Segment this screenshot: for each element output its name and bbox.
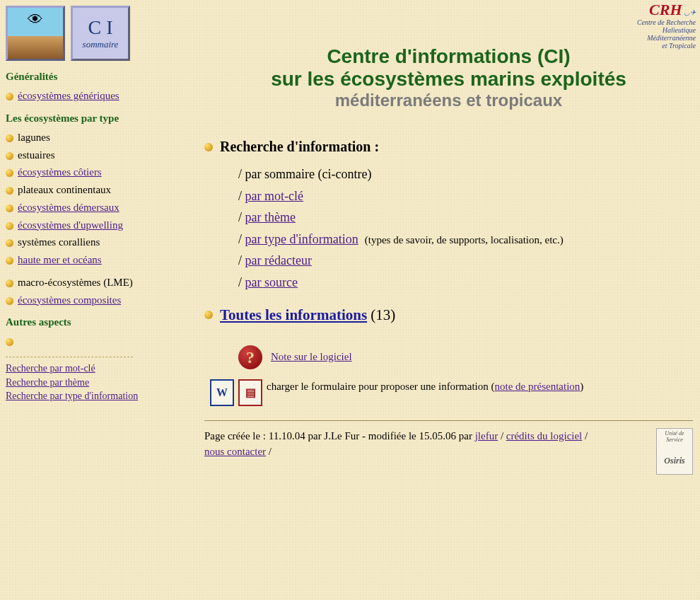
bullet-icon [6, 279, 13, 287]
bullet-icon [204, 143, 213, 151]
sidebar-link[interactable]: haute mer et océans [18, 254, 102, 265]
list-item: lagunes [6, 130, 193, 146]
all-info-row: Toutes les informations (13) [204, 306, 693, 324]
opt-source[interactable]: par source [245, 275, 298, 289]
sidebar: C I sommaire Généralités écosystèmes gén… [0, 0, 197, 410]
ci-logo-big: C I [88, 16, 113, 39]
title-line2: sur les écosystèmes marins exploités [204, 68, 693, 91]
all-info-count: (13) [371, 306, 395, 324]
sidebar-link[interactable]: écosystèmes d'upwelling [18, 219, 123, 231]
list-item: écosystèmes d'upwelling [6, 218, 193, 233]
sidebar-link[interactable]: écosystèmes côtiers [18, 166, 102, 178]
sidebar-search-theme[interactable]: Recherche par thème [6, 377, 89, 388]
search-heading-row: Recherche d'information : [204, 139, 693, 155]
footer-sep2: / [582, 430, 588, 442]
footer-sep3: / [266, 446, 272, 457]
search-options: / par sommaire (ci-contre) / par mot-clé… [238, 163, 693, 294]
bullet-icon [6, 187, 13, 195]
bullet-icon [6, 257, 13, 265]
list-item: écosystèmes génériques [6, 88, 193, 104]
sidebar-search-links: Recherche par mot-clé Recherche par thèm… [6, 362, 193, 403]
pdf-icon[interactable]: ▤ [238, 379, 262, 406]
generalites-list: écosystèmes génériques [6, 88, 193, 104]
crh-l3: Méditerranéenne [647, 34, 696, 42]
list-item: haute mer et océans [6, 253, 193, 268]
heading-type: Les écosystèmes par type [6, 112, 193, 125]
list-item [6, 334, 193, 350]
crh-l1: Centre de Recherche [637, 18, 696, 26]
opt-redacteur[interactable]: par rédacteur [245, 253, 312, 267]
heading-autres: Autres aspects [6, 316, 193, 328]
title-line1: Centre d'informations (CI) [204, 45, 693, 68]
help-icon[interactable]: ? [238, 345, 262, 369]
search-heading: Recherche d'information : [220, 139, 379, 155]
crh-abbr: CRH [649, 1, 682, 18]
heading-generalites: Généralités [6, 71, 193, 83]
top-logos: C I sommaire [6, 6, 193, 61]
crh-l2: Halieutique [663, 26, 696, 34]
opt-type[interactable]: par type d'information [245, 232, 358, 246]
list-item: macro-écosystèmes (LME) [6, 275, 193, 291]
divider [6, 357, 133, 357]
note-logiciel-link[interactable]: Note sur le logiciel [271, 351, 352, 363]
sidebar-label: plateaux continentaux [18, 184, 111, 195]
form-text: charger le formulaire pour proposer une … [267, 381, 495, 392]
all-info-link[interactable]: Toutes les informations [220, 306, 367, 324]
sidebar-label: lagunes [18, 132, 50, 143]
list-item: systèmes coralliens [6, 235, 193, 250]
list-item: plateaux continentaux [6, 183, 193, 198]
bullet-icon [6, 338, 13, 346]
sidebar-label: systèmes coralliens [18, 236, 100, 248]
crh-logo[interactable]: CRH ◡✈ Centre de Recherche Halieutique M… [637, 1, 696, 50]
type-list-2: macro-écosystèmes (LME) écosystèmes comp… [6, 275, 193, 308]
opt-theme[interactable]: par thème [245, 210, 296, 224]
main-content: CRH ◡✈ Centre de Recherche Halieutique M… [197, 0, 700, 489]
osiris-l1: Unité de [657, 430, 692, 437]
page-title-block: Centre d'informations (CI) sur les écosy… [204, 45, 693, 110]
bullet-icon [6, 239, 13, 247]
sidebar-link[interactable]: écosystèmes composites [18, 294, 121, 306]
eye-logo[interactable] [6, 6, 65, 61]
bullet-icon [6, 204, 13, 212]
word-icon[interactable]: W [210, 379, 234, 406]
sidebar-link[interactable]: écosystèmes génériques [18, 90, 119, 101]
bullet-icon [6, 134, 13, 142]
crh-l4: et Tropicale [662, 42, 696, 50]
opt-motcle[interactable]: par mot-clé [245, 189, 303, 203]
ci-logo-small: sommaire [83, 39, 119, 50]
list-item: écosystèmes côtiers [6, 165, 193, 180]
list-item: estuaires [6, 148, 193, 163]
footer-jlefur[interactable]: jlefur [475, 430, 498, 442]
osiris-l3: Osiris [657, 456, 692, 466]
type-list: lagunes estuaires écosystèmes côtiers pl… [6, 130, 193, 268]
footer-contact[interactable]: nous contacter [204, 446, 266, 457]
list-item: écosystèmes démersaux [6, 200, 193, 216]
ci-sommaire-logo[interactable]: C I sommaire [71, 6, 130, 61]
bullet-icon [6, 222, 13, 230]
form-close: ) [580, 381, 583, 392]
bullet-icon [6, 152, 13, 160]
bullet-icon [6, 93, 13, 100]
sidebar-link[interactable]: écosystèmes démersaux [18, 202, 119, 213]
footer-sep1: / [498, 430, 506, 442]
note-row: ? Note sur le logiciel [238, 345, 693, 369]
form-link[interactable]: note de présentation [495, 381, 581, 392]
autres-list [6, 334, 193, 350]
sidebar-label: estuaires [18, 149, 54, 161]
sidebar-label: macro-écosystèmes (LME) [18, 277, 133, 288]
sidebar-search-type[interactable]: Recherche par type d'information [6, 391, 138, 401]
opt-sommaire: par sommaire (ci-contre) [245, 167, 372, 181]
sidebar-search-motcle[interactable]: Recherche par mot-clé [6, 363, 95, 374]
list-item: écosystèmes composites [6, 293, 193, 308]
bullet-icon [204, 311, 213, 319]
form-row: W ▤ charger le formulaire pour proposer … [210, 379, 693, 406]
bullet-icon [6, 297, 13, 305]
opt-type-note: (types de savoir, de supports, localisat… [365, 234, 564, 246]
title-line3: méditerranéens et tropicaux [204, 91, 693, 110]
footer-credits[interactable]: crédits du logiciel [506, 430, 582, 442]
osiris-logo[interactable]: Unité de Service Osiris [656, 428, 693, 475]
osiris-l2: Service [657, 437, 692, 443]
footer: Page créée le : 11.10.04 par J.Le Fur - … [204, 428, 693, 460]
footer-prefix: Page créée le : 11.10.04 par J.Le Fur - … [204, 430, 475, 442]
bullet-icon [6, 169, 13, 177]
